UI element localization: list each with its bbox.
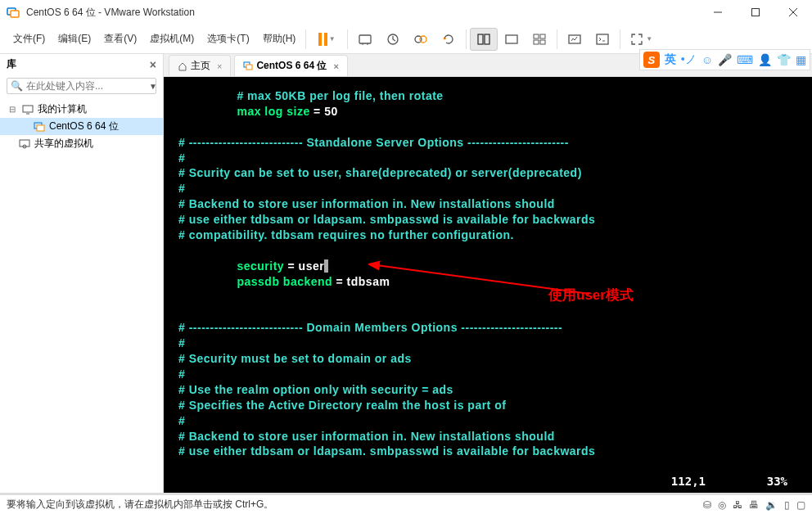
tab-label: CentOS 6 64 位	[256, 59, 327, 73]
ime-emoji-icon[interactable]: ☺	[701, 53, 713, 66]
console-icon[interactable]	[589, 28, 616, 51]
svg-rect-1	[11, 11, 19, 17]
term-line: # Use the realm option only with securit…	[178, 383, 453, 396]
library-tree: ⊟ 我的计算机 CentOS 6 64 位 共享的虚拟机	[0, 97, 163, 156]
term-line: # Specifies the Active Directory realm t…	[178, 399, 506, 412]
term-line: # compatibility. tdbsam requires no furt…	[178, 228, 514, 241]
library-search[interactable]: 🔍 ▼	[7, 78, 156, 94]
window-title: CentOS 6 64 位 - VMware Workstation	[26, 6, 195, 20]
statusbar-hint: 要将输入定向到该虚拟机，请在虚拟机内部单击或按 Ctrl+G。	[7, 498, 273, 512]
tab-home[interactable]: 主页 ×	[169, 55, 231, 76]
terminal-content: # max 50KB per log file, then rotate max…	[164, 77, 812, 466]
view-console-icon[interactable]	[470, 28, 498, 51]
tab-vm[interactable]: CentOS 6 64 位 ×	[234, 55, 347, 76]
disk-icon[interactable]: ⛁	[703, 499, 711, 511]
term-key: passdb backend	[237, 275, 332, 288]
menu-tabs[interactable]: 选项卡(T)	[201, 27, 255, 51]
printer-icon[interactable]: 🖶	[749, 499, 759, 511]
term-line: # max 50KB per log file, then rotate	[237, 89, 443, 102]
ime-keyboard-icon[interactable]: ⌨	[737, 53, 753, 66]
usb-icon[interactable]: ▯	[784, 499, 790, 511]
tree-label: 我的计算机	[38, 102, 87, 116]
tree-label: 共享的虚拟机	[34, 137, 93, 151]
vm-icon	[33, 120, 46, 133]
view-single-icon[interactable]	[498, 28, 526, 51]
term-line: #	[178, 367, 185, 381]
menu-view[interactable]: 查看(V)	[97, 27, 143, 51]
term-line: #	[178, 336, 185, 349]
tree-row-shared[interactable]: 共享的虚拟机	[0, 135, 163, 152]
tab-label: 主页	[191, 59, 210, 73]
ime-toolbar[interactable]: S 英 •ノ ☺ 🎤 ⌨ 👤 👕 ▦	[639, 49, 810, 70]
svg-rect-3	[752, 9, 760, 16]
menu-help[interactable]: 帮助(H)	[256, 27, 303, 51]
term-key: security	[237, 259, 284, 273]
svg-rect-6	[359, 35, 371, 43]
svg-rect-17	[534, 40, 539, 44]
svg-rect-16	[540, 34, 545, 38]
ime-toolbox-icon[interactable]: ▦	[796, 53, 806, 66]
ime-punct-icon[interactable]: •ノ	[681, 52, 697, 67]
menu-file[interactable]: 文件(F)	[7, 27, 52, 51]
vmware-icon	[7, 6, 20, 19]
term-line: # --------------------------- Standalone…	[178, 136, 569, 149]
message-icon[interactable]: ▢	[796, 499, 805, 511]
term-val: = tdbsam	[332, 275, 390, 288]
manage-snapshots-icon[interactable]	[407, 28, 435, 51]
tab-close-icon[interactable]: ×	[217, 61, 222, 71]
statusbar: 要将输入定向到该虚拟机，请在虚拟机内部单击或按 Ctrl+G。 ⛁ ◎ 🖧 🖶 …	[0, 494, 812, 514]
term-val: = user	[284, 259, 324, 273]
statusbar-icons: ⛁ ◎ 🖧 🖶 🔉 ▯ ▢	[703, 499, 805, 511]
svg-rect-20	[597, 34, 608, 44]
tab-close-icon[interactable]: ×	[333, 61, 338, 71]
tree-label: CentOS 6 64 位	[49, 119, 119, 133]
term-line: # use either tdbsam or ldapsam. smbpassw…	[178, 213, 595, 226]
ime-user-icon[interactable]: 👤	[758, 53, 772, 66]
sound-icon[interactable]: 🔉	[765, 499, 778, 511]
revert-icon[interactable]	[435, 28, 462, 51]
computer-icon	[21, 103, 34, 116]
ime-skin-icon[interactable]: 👕	[777, 53, 791, 66]
ime-voice-icon[interactable]: 🎤	[718, 53, 732, 66]
term-line: #	[178, 182, 185, 195]
library-title: 库	[7, 57, 16, 71]
separator	[557, 29, 557, 49]
expand-icon[interactable]: ⊟	[7, 105, 18, 114]
library-search-input[interactable]	[26, 80, 149, 92]
svg-rect-26	[20, 140, 29, 147]
svg-point-11	[420, 36, 426, 43]
menu-vm[interactable]: 虚拟机(M)	[143, 27, 201, 51]
tree-row-vm[interactable]: CentOS 6 64 位	[0, 118, 163, 135]
network-icon[interactable]: 🖧	[733, 499, 742, 511]
term-line: #	[178, 151, 185, 165]
dropdown-caret-icon[interactable]: ▼	[149, 82, 157, 91]
ime-lang[interactable]: 英	[665, 52, 676, 67]
home-icon	[178, 61, 187, 71]
svg-rect-29	[246, 65, 252, 70]
svg-rect-22	[23, 106, 33, 112]
snapshot-icon[interactable]	[379, 28, 407, 51]
svg-rect-12	[478, 34, 483, 44]
view-thumbnail-icon[interactable]	[526, 28, 553, 51]
menu-edit[interactable]: 编辑(E)	[52, 27, 97, 51]
window-controls	[699, 0, 812, 25]
tree-row-root[interactable]: ⊟ 我的计算机	[0, 101, 163, 118]
separator	[466, 29, 467, 49]
maximize-button[interactable]	[737, 0, 774, 25]
sogou-logo-icon[interactable]: S	[643, 52, 660, 68]
send-ctrl-alt-del-icon[interactable]	[351, 28, 379, 51]
unity-icon[interactable]	[561, 28, 589, 51]
svg-rect-18	[540, 40, 545, 44]
pause-button[interactable]: ▼	[309, 28, 344, 51]
library-close-icon[interactable]: ×	[150, 58, 156, 71]
term-val: = 50	[310, 105, 338, 118]
term-line: # use either tdbsam or ldapsam. smbpassw…	[178, 444, 595, 458]
search-icon: 🔍	[11, 80, 23, 92]
cdrom-icon[interactable]: ◎	[718, 499, 726, 511]
close-button[interactable]	[774, 0, 812, 25]
terminal-viewport[interactable]: # max 50KB per log file, then rotate max…	[164, 77, 812, 493]
minimize-button[interactable]	[699, 0, 737, 25]
svg-rect-14	[506, 35, 517, 43]
term-line: # --------------------------- Domain Mem…	[178, 321, 562, 334]
fullscreen-icon[interactable]: ▼	[624, 28, 658, 51]
